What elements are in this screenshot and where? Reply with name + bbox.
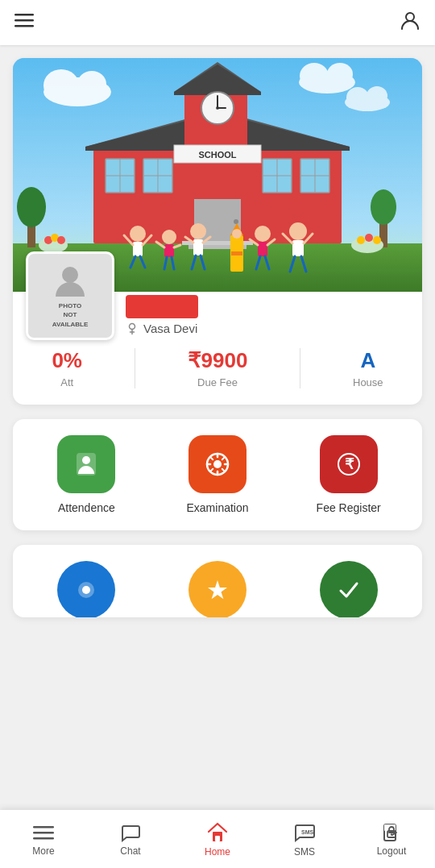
person-silhouette-icon <box>52 263 88 298</box>
fee-label: Due Fee <box>197 376 238 388</box>
profile-info-section: PHOTO NOT AVAILABLE Vasa Devi <box>13 251 422 405</box>
stat-divider-2 <box>300 348 300 388</box>
svg-point-26 <box>373 236 381 244</box>
chat-icon <box>120 822 141 843</box>
att-stat: 0% Att <box>52 348 82 388</box>
svg-point-109 <box>391 833 392 835</box>
fee-value: ₹9900 <box>188 348 248 373</box>
photo-not-available-text: PHOTO NOT AVAILABLE <box>52 301 89 329</box>
menu-card-1: Attendence Examination ₹ <box>13 419 422 530</box>
nav-label-sms: SMS <box>294 846 315 858</box>
student-name-school-col: Vasa Devi <box>126 295 198 340</box>
svg-point-52 <box>234 219 238 224</box>
svg-point-25 <box>365 234 373 242</box>
svg-point-55 <box>130 226 146 242</box>
attendence-label: Attendence <box>58 501 115 514</box>
svg-point-22 <box>57 236 65 244</box>
menu-item-fee-register[interactable]: ₹ Fee Register <box>283 435 414 514</box>
menu-card-2 <box>13 545 422 617</box>
fee-register-icon-circle: ₹ <box>320 435 378 493</box>
menu-icon-2-1 <box>57 561 115 617</box>
svg-text:₹: ₹ <box>344 456 354 472</box>
svg-point-18 <box>371 189 396 225</box>
nav-label-home: Home <box>205 846 230 858</box>
fee-register-icon: ₹ <box>334 450 363 479</box>
photo-name-row: PHOTO NOT AVAILABLE Vasa Devi <box>26 251 409 340</box>
student-name-badge <box>126 295 198 318</box>
svg-rect-103 <box>215 836 220 841</box>
menu-icon-2-3 <box>320 561 378 617</box>
examination-label: Examination <box>186 501 248 514</box>
main-content: SCHOOL <box>0 45 435 696</box>
bottom-nav: More Chat Home SMS SMS <box>0 810 435 868</box>
attendence-icon-circle <box>57 435 115 493</box>
svg-point-77 <box>255 226 271 242</box>
top-bar <box>0 0 435 45</box>
stat-divider-1 <box>135 348 135 388</box>
svg-point-7 <box>44 69 79 102</box>
student-photo-box: PHOTO NOT AVAILABLE <box>26 251 114 340</box>
svg-point-83 <box>289 222 307 240</box>
svg-rect-1 <box>14 19 34 22</box>
nav-item-home[interactable]: Home <box>174 816 261 862</box>
svg-point-8 <box>77 71 106 97</box>
svg-point-16 <box>17 187 46 227</box>
svg-rect-99 <box>33 826 54 829</box>
nav-label-chat: Chat <box>120 845 140 857</box>
icon-2-1 <box>73 577 99 603</box>
stats-row: 0% Att ₹9900 Due Fee A House <box>26 348 409 388</box>
att-value: 0% <box>52 348 82 373</box>
house-stat: A House <box>353 348 383 388</box>
fee-stat: ₹9900 Due Fee <box>188 348 248 388</box>
nav-item-chat[interactable]: Chat <box>87 817 174 862</box>
svg-rect-0 <box>14 14 34 16</box>
nav-item-more[interactable]: More <box>0 817 87 862</box>
school-name-row: Vasa Devi <box>126 322 198 335</box>
svg-point-3 <box>406 13 414 21</box>
school-name-text: Vasa Devi <box>143 322 197 335</box>
svg-point-76 <box>232 229 242 239</box>
att-label: Att <box>60 376 73 388</box>
icon-2-3 <box>336 577 362 603</box>
icon-2-2 <box>205 577 230 603</box>
examination-icon-circle <box>188 435 246 493</box>
menu-item-examination[interactable]: Examination <box>152 435 284 514</box>
menu-icon-2-2 <box>188 561 246 617</box>
more-icon <box>33 822 54 843</box>
svg-rect-100 <box>33 832 54 834</box>
svg-point-10 <box>300 63 329 89</box>
svg-point-89 <box>62 267 78 283</box>
svg-point-94 <box>213 460 222 468</box>
svg-point-92 <box>82 456 90 464</box>
menu-item-attendence[interactable]: Attendence <box>21 435 152 514</box>
menu-grid-2 <box>21 561 414 617</box>
nav-item-logout[interactable]: Logout <box>348 817 435 862</box>
menu-grid-1: Attendence Examination ₹ <box>21 435 414 514</box>
profile-top-icon[interactable] <box>400 10 420 35</box>
house-label: House <box>353 376 383 388</box>
attendence-icon <box>72 450 101 479</box>
svg-rect-101 <box>33 837 54 840</box>
profile-card: SCHOOL <box>13 58 422 405</box>
sms-icon: SMS <box>293 821 316 844</box>
logout-icon <box>381 822 402 843</box>
house-value: A <box>360 348 375 373</box>
svg-point-67 <box>190 223 206 239</box>
menu-item-2-2[interactable] <box>152 561 284 617</box>
fee-register-label: Fee Register <box>317 501 381 514</box>
nav-label-logout: Logout <box>377 845 407 857</box>
svg-point-13 <box>346 87 369 108</box>
examination-icon <box>203 450 232 479</box>
svg-text:SMS: SMS <box>301 829 314 835</box>
menu-item-2-3[interactable] <box>283 561 414 617</box>
nav-label-more: More <box>32 845 54 857</box>
svg-point-14 <box>367 86 387 106</box>
svg-point-61 <box>162 230 176 244</box>
svg-text:SCHOOL: SCHOOL <box>198 150 236 160</box>
svg-point-11 <box>327 63 353 85</box>
svg-point-90 <box>130 323 135 329</box>
menu-item-2-1[interactable] <box>21 561 152 617</box>
nav-item-sms[interactable]: SMS SMS <box>261 816 348 862</box>
hamburger-icon[interactable] <box>14 10 34 35</box>
gender-icon <box>126 322 139 335</box>
